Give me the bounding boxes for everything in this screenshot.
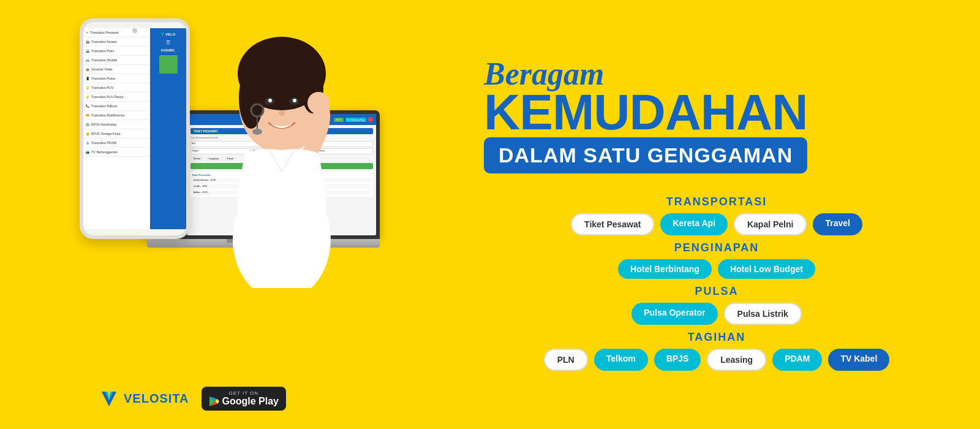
woman-svg bbox=[196, 0, 368, 288]
google-play-text: Google Play bbox=[222, 396, 279, 407]
pill-tv-kabel[interactable]: TV Kabel bbox=[828, 349, 889, 371]
phone-sidebar-item: Transaksi PDAM bbox=[83, 139, 150, 148]
phone-logo-text: VELO bbox=[165, 32, 175, 36]
pulsa-pills: Pulsa Operator Pulsa Listrik bbox=[484, 303, 949, 325]
svg-point-13 bbox=[307, 92, 330, 114]
phone-sidebar-item: Transaksi PLN bbox=[83, 83, 150, 93]
bottom-logos: VELOSITA GET IT ON Google Play bbox=[98, 387, 286, 411]
google-play-bottom-text: Google Play bbox=[209, 396, 279, 407]
svg-point-8 bbox=[268, 99, 272, 102]
phone-right-panel: V VELO ☰ DASHBO. bbox=[150, 28, 186, 229]
phone-camera bbox=[132, 28, 137, 33]
penginapan-title: PENGINAPAN bbox=[484, 241, 949, 254]
phone-sidebar-item: Transaksi Telkom bbox=[83, 102, 150, 111]
pill-hotel-berbintang[interactable]: Hotel Berbintang bbox=[618, 259, 712, 279]
tagihan-section: TAGIHAN PLN Telkom BPJS Leasing PDAM TV … bbox=[484, 331, 949, 371]
svg-point-10 bbox=[279, 111, 285, 116]
pill-pln[interactable]: PLN bbox=[544, 349, 588, 371]
right-section: Beragam KEMUDAHAN DALAM SATU GENGGAMAN T… bbox=[466, 0, 980, 429]
google-play-icon bbox=[209, 396, 220, 407]
phone-sidebar: Transaksi Pesawat Transaksi Kereta Trans… bbox=[83, 28, 150, 229]
tagihan-title: TAGIHAN bbox=[484, 331, 949, 344]
phone-sidebar-item: TV Berlangganan bbox=[83, 148, 150, 157]
pill-pulsa-listrik[interactable]: Pulsa Listrik bbox=[724, 303, 802, 325]
phone-dashboard-label: DASHBO. bbox=[161, 48, 175, 52]
phone-sidebar-item: Transaksi Pelni bbox=[83, 47, 150, 56]
phone-mockup: Transaksi Pesawat Transaksi Kereta Trans… bbox=[80, 18, 190, 239]
transportasi-pills: Tiket Pesawat Kereta Api Kapal Pelni Tra… bbox=[484, 213, 949, 235]
google-play-badge[interactable]: GET IT ON Google Play bbox=[202, 387, 286, 411]
google-play-top-text: GET IT ON bbox=[228, 390, 258, 396]
phone-sidebar-item: Voucher Hotel bbox=[83, 65, 150, 74]
pill-leasing[interactable]: Leasing bbox=[707, 349, 766, 371]
svg-point-9 bbox=[293, 99, 296, 102]
pill-kapal-pelni[interactable]: Kapal Pelni bbox=[734, 213, 807, 235]
pulsa-title: PULSA bbox=[484, 285, 949, 298]
pill-hotel-low-budget[interactable]: Hotel Low Budget bbox=[718, 259, 815, 279]
pill-tiket-pesawat[interactable]: Tiket Pesawat bbox=[571, 213, 654, 235]
phone-logo-v: V bbox=[161, 31, 164, 37]
phone-sidebar-item: Transaksi Pulsa bbox=[83, 74, 150, 83]
phone-hamburger-icon: ☰ bbox=[166, 40, 170, 45]
tagihan-pills: PLN Telkom BPJS Leasing PDAM TV Kabel bbox=[484, 349, 949, 371]
transportasi-section: TRANSPORTASI Tiket Pesawat Kereta Api Ka… bbox=[484, 196, 949, 235]
svg-point-12 bbox=[252, 129, 262, 135]
phone-sidebar-item: Transaksi PLN Pasca bbox=[83, 93, 150, 102]
penginapan-pills: Hotel Berbintang Hotel Low Budget bbox=[484, 259, 949, 279]
phone-sidebar-item: Transaksi Kereta bbox=[83, 37, 150, 47]
velosita-logo: VELOSITA bbox=[98, 388, 189, 410]
dalam-satu-banner: DALAM SATU GENGGAMAN bbox=[484, 137, 807, 173]
pill-pulsa-operator[interactable]: Pulsa Operator bbox=[631, 303, 717, 325]
laptop-close-button[interactable] bbox=[368, 117, 373, 122]
pill-bpjs[interactable]: BPJS bbox=[654, 349, 701, 371]
phone-screen: Transaksi Pesawat Transaksi Kereta Trans… bbox=[83, 28, 186, 229]
phone-sidebar-item: BPJS Kesehatan bbox=[83, 120, 150, 129]
phone-logo: V VELO bbox=[161, 31, 176, 37]
phone-sidebar-item: Transaksi Pesawat bbox=[83, 28, 150, 37]
svg-point-4 bbox=[239, 67, 263, 129]
phone-green-box bbox=[159, 55, 178, 74]
phone-sidebar-item: Transaksi Multifinance bbox=[83, 111, 150, 120]
penginapan-section: PENGINAPAN Hotel Berbintang Hotel Low Bu… bbox=[484, 241, 949, 279]
velosita-v-icon bbox=[98, 388, 120, 410]
velosita-name: VELOSITA bbox=[124, 392, 189, 406]
kemudahan-text: KEMUDAHAN bbox=[484, 87, 949, 137]
left-section: Transaksi Pesawat Transaksi Kereta Trans… bbox=[0, 0, 466, 429]
pill-travel[interactable]: Travel bbox=[813, 213, 862, 235]
pill-pdam[interactable]: PDAM bbox=[772, 349, 822, 371]
pill-kereta-api[interactable]: Kereta Api bbox=[660, 213, 728, 235]
phone-sidebar-item: BPJS Tenaga Kerja bbox=[83, 129, 150, 139]
woman-figure bbox=[196, 0, 368, 288]
phone-sidebar-item: Transaksi Shuttle bbox=[83, 56, 150, 65]
pill-telkom[interactable]: Telkom bbox=[594, 349, 648, 371]
transportasi-title: TRANSPORTASI bbox=[484, 196, 949, 208]
tagline-container: Beragam KEMUDAHAN DALAM SATU GENGGAMAN bbox=[484, 58, 949, 196]
banner-wrapper: DALAM SATU GENGGAMAN bbox=[484, 137, 949, 184]
pulsa-section: PULSA Pulsa Operator Pulsa Listrik bbox=[484, 285, 949, 325]
main-container: Transaksi Pesawat Transaksi Kereta Trans… bbox=[0, 0, 980, 429]
